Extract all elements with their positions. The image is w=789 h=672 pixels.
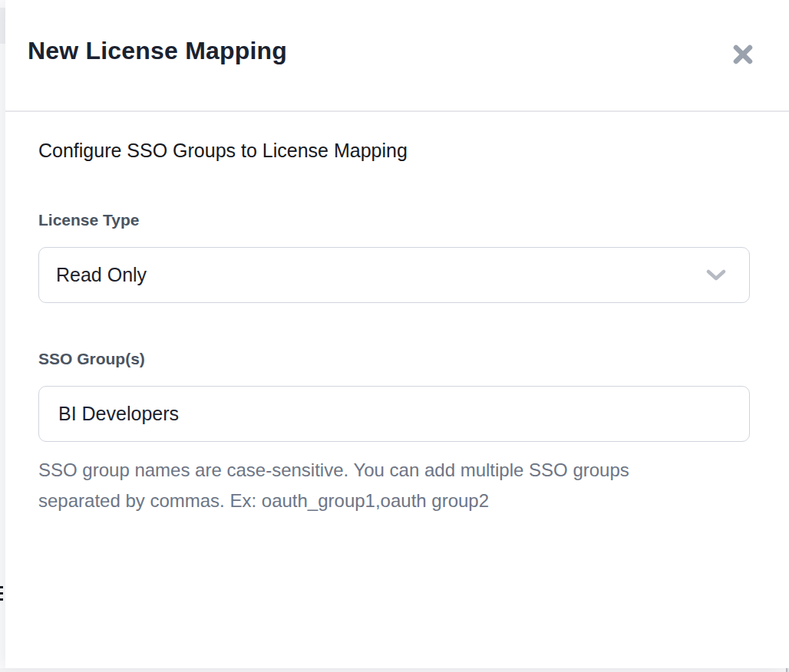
- sso-groups-label: SSO Group(s): [38, 350, 145, 368]
- chevron-down-icon: [706, 269, 726, 282]
- backdrop-panel-edge: [0, 8, 5, 44]
- license-type-label: License Type: [38, 211, 140, 229]
- dialog-title: New License Mapping: [28, 37, 287, 65]
- help-line-1: SSO group names are case-sensitive. You …: [38, 455, 629, 486]
- sso-groups-field-wrapper: [38, 386, 750, 442]
- menu-icon-bar: [0, 586, 3, 588]
- sso-groups-help-text: SSO group names are case-sensitive. You …: [38, 455, 629, 516]
- dialog-header: New License Mapping: [5, 0, 789, 112]
- license-type-selected-value: Read Only: [56, 264, 147, 286]
- close-button[interactable]: [728, 39, 758, 70]
- sso-groups-input[interactable]: [39, 387, 749, 441]
- dialog-body: Configure SSO Groups to License Mapping …: [38, 112, 755, 668]
- page-backdrop-bottom: [0, 668, 789, 672]
- menu-icon-bar: [0, 592, 3, 595]
- help-line-2: separated by commas. Ex: oauth_group1,oa…: [38, 486, 629, 516]
- screen: New License Mapping Configure SSO Groups…: [0, 0, 789, 672]
- page-backdrop-left: [0, 0, 5, 672]
- menu-icon: [0, 586, 4, 604]
- dialog-subtitle: Configure SSO Groups to License Mapping: [38, 140, 408, 162]
- close-icon: [731, 42, 755, 67]
- license-type-select[interactable]: Read Only: [38, 247, 750, 303]
- menu-icon-bar: [0, 598, 3, 601]
- new-license-mapping-dialog: New License Mapping Configure SSO Groups…: [5, 0, 789, 668]
